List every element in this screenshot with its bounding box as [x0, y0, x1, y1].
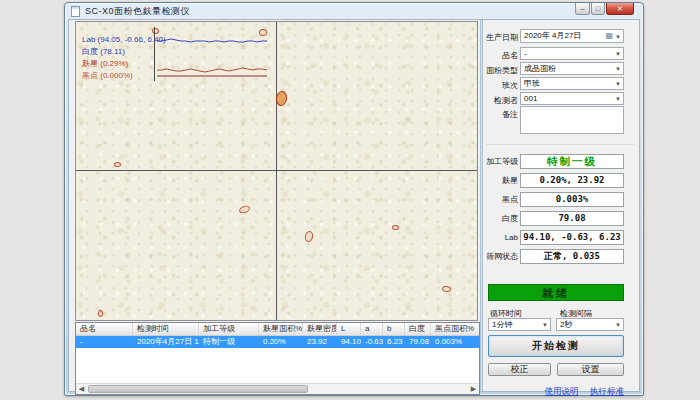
bran-speck [392, 225, 399, 230]
cycle-time-value: 1分钟 [492, 320, 512, 329]
production-date-value: 2020年 4月27日 [524, 31, 581, 40]
flour-type-label: 面粉类型 [484, 65, 518, 76]
column-header[interactable]: L [337, 323, 361, 335]
table-cell: 2020年4月27日 11:10 [133, 336, 199, 348]
remarks-label: 备注 [484, 109, 518, 120]
table-cell: 6.23 [383, 336, 405, 348]
overlay-line: 麸星 (0.29%) [82, 58, 166, 70]
lab-value: 94.10, -0.63, 6.23 [520, 230, 624, 245]
inspector-select[interactable]: 001 ▼ [520, 92, 624, 105]
minimize-button[interactable]: – [575, 3, 590, 15]
window-title: SC-X0面粉色麸量检测仪 [85, 5, 190, 18]
detection-history-table: 品名检测时间加工等级麸星面积%麸星密度Lab白度黑点面积% -2020年4月27… [75, 322, 480, 395]
bran-value: 0.20%, 23.92 [520, 173, 624, 188]
status-banner: 就绪 [488, 284, 624, 301]
calendar-icon: ▦ [605, 31, 613, 41]
product-name-select[interactable]: - ▼ [520, 47, 624, 60]
standard-link[interactable]: 执行标准 [590, 386, 624, 396]
remarks-textarea[interactable] [520, 106, 624, 134]
manual-link[interactable]: 使用说明 [545, 386, 579, 396]
scroll-left-arrow-icon[interactable]: ◀ [76, 384, 87, 394]
bran-speck [238, 204, 251, 214]
sieve-status-label: 筛网状态 [484, 249, 518, 264]
title-bar[interactable]: SC-X0面粉色麸量检测仪 – □ ✕ [65, 3, 643, 19]
table-cell: 23.92 [303, 336, 337, 348]
table-cell: 94.10 [337, 336, 361, 348]
scroll-right-arrow-icon[interactable]: ▶ [468, 384, 479, 394]
app-window: SC-X0面粉色麸量检测仪 – □ ✕ Lab (94.05, -0.66, 6… [64, 2, 644, 396]
bran-speck [442, 285, 452, 292]
table-cell: - [76, 336, 133, 348]
overlay-line: Lab (94.05, -0.66, 6.40) [82, 34, 166, 46]
grade-value: 特制一级 [520, 154, 624, 169]
blackspot-value: 0.003% [520, 192, 624, 207]
sample-image-view: Lab (94.05, -0.66, 6.40)白度 (78.11)麸星 (0.… [75, 21, 478, 321]
bran-speck [275, 90, 288, 106]
overlay-line: 白度 (78.11) [82, 46, 166, 58]
blackspot-label: 黑点 [484, 192, 518, 207]
chevron-down-icon[interactable]: ▼ [615, 50, 621, 58]
table-cell: 0.003% [431, 336, 480, 348]
column-header[interactable]: 麸星面积% [259, 323, 303, 335]
bran-speck [114, 162, 121, 167]
column-header[interactable]: 麸星密度 [303, 323, 337, 335]
chevron-down-icon[interactable]: ▼ [615, 80, 621, 88]
column-header[interactable]: 黑点面积% [431, 323, 480, 335]
column-header[interactable]: a [361, 323, 383, 335]
shift-label: 班次 [484, 80, 518, 91]
product-name-label: 品名 [484, 50, 518, 61]
shift-value: 甲班 [524, 79, 540, 88]
whiteness-value: 79.08 [520, 211, 624, 226]
divider [486, 144, 634, 145]
calibrate-button[interactable]: 校正 [488, 363, 551, 376]
bran-speck [304, 230, 315, 243]
column-header[interactable]: 加工等级 [199, 323, 259, 335]
column-header[interactable]: b [383, 323, 405, 335]
overlay-readout: Lab (94.05, -0.66, 6.40)白度 (78.11)麸星 (0.… [82, 34, 166, 82]
product-name-value: - [524, 49, 527, 58]
table-row[interactable]: -2020年4月27日 11:10特制一级0.20%23.9294.10-0.6… [76, 336, 479, 348]
control-panel: 生产日期 2020年 4月27日 ▦ ▼ 品名 - ▼ 面粉类型 成品面粉 ▼ … [484, 20, 640, 391]
cycle-time-select[interactable]: 1分钟 ▼ [488, 318, 551, 331]
crosshair-vertical-line [276, 22, 277, 320]
chevron-down-icon[interactable]: ▼ [615, 33, 621, 41]
table-header-row: 品名检测时间加工等级麸星面积%麸星密度Lab白度黑点面积% [76, 323, 479, 336]
interval-select[interactable]: 2秒 ▼ [556, 318, 624, 331]
column-header[interactable]: 品名 [76, 323, 133, 335]
maximize-button[interactable]: □ [591, 3, 605, 15]
settings-button[interactable]: 设置 [557, 363, 624, 376]
chevron-down-icon[interactable]: ▼ [615, 321, 621, 329]
close-button[interactable]: ✕ [606, 3, 634, 15]
inspector-value: 001 [524, 94, 537, 103]
table-cell: 特制一级 [199, 336, 259, 348]
table-cell: 0.20% [259, 336, 303, 348]
app-icon [71, 6, 80, 17]
bran-label: 麸星 [484, 173, 518, 188]
chevron-down-icon[interactable]: ▼ [615, 65, 621, 73]
table-cell: 79.08 [405, 336, 431, 348]
inspector-label: 检测者 [484, 95, 518, 106]
lab-label: Lab [484, 230, 518, 245]
trend-chart [154, 27, 268, 81]
bran-speck [98, 310, 103, 317]
client-area: Lab (94.05, -0.66, 6.40)白度 (78.11)麸星 (0.… [68, 19, 640, 392]
horizontal-scrollbar[interactable]: ◀ ▶ [76, 383, 479, 394]
start-detection-button[interactable]: 开始检测 [488, 335, 624, 357]
shift-select[interactable]: 甲班 ▼ [520, 77, 624, 90]
overlay-line: 黑点 (0.000%) [82, 70, 166, 82]
production-date-label: 生产日期 [484, 32, 518, 43]
sieve-status-value: 正常, 0.035 [520, 249, 624, 264]
chevron-down-icon[interactable]: ▼ [615, 95, 621, 103]
flour-type-select[interactable]: 成品面粉 ▼ [520, 62, 624, 75]
whiteness-label: 白度 [484, 211, 518, 226]
flour-type-value: 成品面粉 [524, 64, 556, 73]
panel-splitter[interactable] [480, 20, 483, 391]
grade-label: 加工等级 [484, 154, 518, 169]
column-header[interactable]: 检测时间 [133, 323, 199, 335]
column-header[interactable]: 白度 [405, 323, 431, 335]
scrollbar-thumb[interactable] [88, 385, 308, 393]
chevron-down-icon[interactable]: ▼ [542, 321, 548, 329]
production-date-field[interactable]: 2020年 4月27日 ▦ ▼ [520, 29, 624, 43]
table-cell: -0.63 [361, 336, 383, 348]
crosshair-horizontal-line [76, 170, 477, 171]
